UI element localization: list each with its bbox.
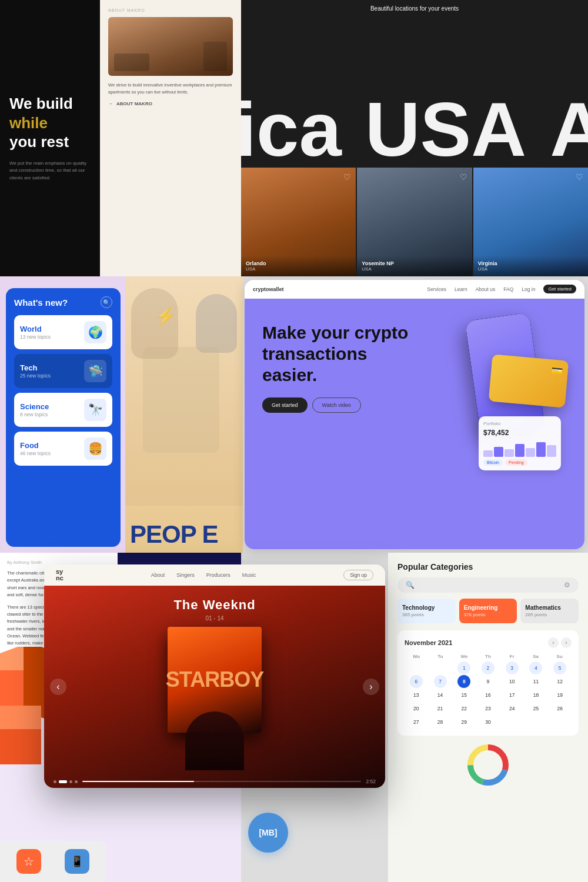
cal-cell[interactable]: 11 (529, 675, 542, 688)
crypto-get-started-nav[interactable]: Get started (543, 285, 576, 293)
cal-cell[interactable]: 14 (434, 689, 447, 701)
app-icon-orange[interactable]: ☆ (16, 849, 41, 874)
travel-location-yosemite[interactable]: Yosemite NP USA ♡ (356, 168, 472, 276)
world-topic-icon: 🌍 (84, 321, 106, 343)
music-artist-name: The Weeknd (44, 597, 385, 613)
music-person (185, 711, 244, 770)
cat-eng-name: Engineering (464, 604, 513, 611)
crypto-btn-video[interactable]: Watch video (312, 397, 361, 413)
cal-cell[interactable]: 1 (457, 662, 470, 674)
progress-chart-area (397, 741, 579, 789)
cal-cell[interactable]: 5 (553, 662, 566, 674)
makro-about-label: ABOUT MAKRO (108, 8, 233, 12)
cal-cell (506, 716, 519, 729)
cal-cell[interactable]: 22 (457, 702, 470, 715)
music-navbar: sy nc About Singers Producers Music Sign… (44, 564, 385, 586)
cal-cell[interactable]: 24 (506, 702, 519, 715)
cal-cell[interactable]: 23 (482, 702, 495, 715)
crypto-nav-learn[interactable]: Learn (455, 286, 467, 292)
cal-cell[interactable]: 12 (553, 675, 566, 688)
cat-eng-points: 378 points (464, 612, 513, 617)
category-items: Technology 365 points Engineering 378 po… (397, 599, 579, 623)
cal-cell[interactable]: 7 (434, 675, 447, 688)
cal-prev-btn[interactable]: ‹ (548, 637, 559, 648)
food-topic-icon: 🍔 (84, 437, 106, 460)
bottom-right-panel: Popular Categories 🔍 ⚙ Technology 365 po… (388, 553, 588, 882)
cal-cell[interactable]: 16 (482, 689, 495, 701)
cal-cell[interactable]: 20 (410, 702, 423, 715)
cal-cell[interactable]: 4 (529, 662, 542, 674)
app-icons-strip: ☆ 📱 (0, 841, 106, 882)
whats-new-header: What's new? 🔍 (14, 296, 112, 308)
cal-cell[interactable]: 15 (457, 689, 470, 701)
cal-next-btn[interactable]: › (561, 637, 572, 648)
topic-tech[interactable]: Tech 25 new topics 🛸 (14, 354, 112, 388)
cal-cell[interactable]: 27 (410, 716, 423, 729)
topic-food[interactable]: Food 46 new topics 🍔 (14, 432, 112, 466)
cal-cell[interactable]: 28 (434, 716, 447, 729)
cal-cell[interactable]: 6 (410, 675, 423, 688)
music-signup-btn[interactable]: Sign up (343, 570, 373, 580)
cal-cell[interactable]: 25 (529, 702, 542, 715)
cal-cell[interactable]: 30 (482, 716, 495, 729)
day-th: Th (476, 654, 500, 659)
topic-science[interactable]: Science 8 new topics 🔭 (14, 393, 112, 427)
day-fr: Fr (500, 654, 524, 659)
cal-cell (434, 662, 447, 674)
people-panel: ⚡ PEOP E (125, 276, 243, 553)
cal-cell[interactable]: 3 (506, 662, 519, 674)
music-nav-about[interactable]: About (151, 572, 165, 578)
calendar-day-labels: Mo Tu We Th Fr Sa Su (405, 654, 572, 659)
topic-world[interactable]: World 13 new topics 🌍 (14, 315, 112, 349)
cal-cell[interactable]: 8 (457, 675, 470, 688)
crypto-btn-started[interactable]: Get started (262, 397, 308, 413)
cal-cell (410, 662, 423, 674)
crypto-login[interactable]: Log in (522, 286, 535, 292)
music-dates: 01 - 14 (44, 615, 385, 622)
crypto-nav-services[interactable]: Services (427, 286, 446, 292)
day-we: We (452, 654, 476, 659)
music-next-btn[interactable]: › (363, 679, 379, 695)
cat-tech-points: 365 points (402, 612, 451, 617)
search-icon[interactable]: 🔍 (101, 296, 112, 308)
music-nav-music[interactable]: Music (242, 572, 256, 578)
cats-search-bar[interactable]: 🔍 ⚙ (397, 577, 579, 593)
cal-cell[interactable]: 29 (457, 716, 470, 729)
crypto-nav-faq[interactable]: FAQ (503, 286, 513, 292)
cal-cell[interactable]: 21 (434, 702, 447, 715)
cal-cell[interactable]: 2 (482, 662, 495, 674)
day-su: Su (547, 654, 572, 659)
cal-cell[interactable]: 13 (410, 689, 423, 701)
cal-cell[interactable]: 26 (553, 702, 566, 715)
cat-technology[interactable]: Technology 365 points (397, 599, 456, 623)
app-icon-blue[interactable]: 📱 (65, 849, 89, 874)
makro-link[interactable]: → ABOUT MAKRO (108, 101, 233, 106)
calendar-section: November 2021 ‹ › Mo Tu We Th Fr Sa Su 1… (397, 630, 579, 736)
music-prev-btn[interactable]: ‹ (50, 679, 66, 695)
cal-cell[interactable]: 19 (553, 689, 566, 701)
travel-location-orlando[interactable]: Orlando USA ♡ (241, 168, 356, 276)
cal-cell[interactable]: 9 (482, 675, 495, 688)
crypto-navbar: cryptowallet Services Learn About us FAQ… (245, 280, 584, 299)
search-icon: 🔍 (406, 581, 415, 589)
crypto-main: Make your crypto transactions easier. Ge… (245, 299, 584, 549)
music-nav-producers[interactable]: Producers (206, 572, 230, 578)
whats-new-title: What's new? (14, 298, 68, 308)
cal-cell[interactable]: 18 (529, 689, 542, 701)
crypto-nav-about[interactable]: About us (476, 286, 496, 292)
filter-icon[interactable]: ⚙ (564, 581, 570, 589)
build-subtitle: We put the main emphasis on quality and … (9, 160, 91, 182)
build-card: We build while you rest We put the main … (0, 0, 241, 276)
science-topic-count: 8 new topics (20, 412, 49, 417)
cat-engineering[interactable]: Engineering 378 points (459, 599, 517, 623)
yosemite-country: USA (362, 266, 467, 272)
cal-cell[interactable]: 17 (506, 689, 519, 701)
music-time: 2:52 (366, 779, 376, 784)
travel-location-virginia[interactable]: Virginia USA ♡ (472, 168, 588, 276)
cat-math-name: Mathematics (525, 604, 574, 611)
cat-math[interactable]: Mathematics 285 points (520, 599, 579, 623)
music-nav-singers[interactable]: Singers (176, 572, 195, 578)
cal-cell[interactable]: 10 (506, 675, 519, 688)
music-bottom-bar: 2:52 (54, 779, 376, 784)
science-topic-icon: 🔭 (84, 399, 106, 421)
